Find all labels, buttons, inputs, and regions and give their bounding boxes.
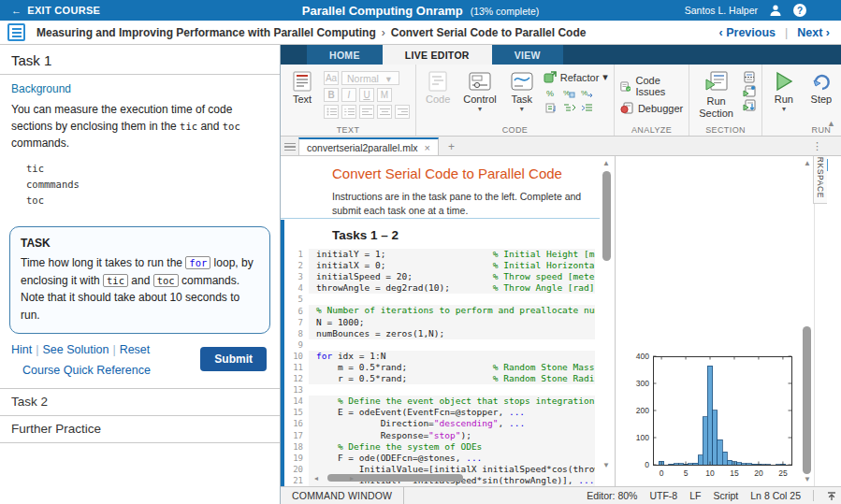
wrap-comments-icon[interactable]	[544, 101, 559, 114]
editor-tab-convertserial2parallel[interactable]: convertserial2parallel.mlx ×	[298, 137, 439, 155]
topbar-right: Santos L. Halper ?	[685, 4, 841, 18]
course-menu-icon[interactable]	[7, 23, 25, 41]
line-number: 6	[281, 307, 309, 316]
exit-course-label: EXIT COURSE	[27, 5, 100, 16]
scroll-left-icon[interactable]: ◂	[314, 474, 318, 482]
code-sample-line: toc	[26, 193, 280, 209]
run-button[interactable]: Run ▾	[768, 69, 800, 123]
svg-text:10: 10	[705, 468, 715, 478]
code-issues-button[interactable]: Code Issues	[620, 75, 683, 97]
exit-course-button[interactable]: ← EXIT COURSE	[0, 0, 111, 21]
line-number: 8	[281, 329, 309, 338]
command-window-tab[interactable]: COMMAND WINDOW	[281, 487, 404, 504]
svg-text:%: %	[581, 89, 587, 97]
course-progress: (13% complete)	[471, 6, 540, 17]
task2-header[interactable]: Task 2	[0, 389, 280, 416]
collapse-panel-icon[interactable]	[826, 491, 837, 501]
editor-horizontal-scrollbar[interactable]: ◂ ▸	[314, 472, 354, 483]
user-account-icon[interactable]	[769, 4, 782, 17]
horizontal-scroll-thumb[interactable]	[327, 474, 463, 482]
help-icon[interactable]: ?	[793, 4, 806, 17]
toolstrip-section-code: Code Control ▾ Task ▾	[416, 65, 615, 136]
section-break-icon[interactable]	[743, 71, 756, 83]
run-and-advance-icon[interactable]	[743, 85, 756, 97]
output-scroll-down-icon[interactable]: ▼	[804, 475, 811, 483]
submit-button[interactable]: Submit	[200, 347, 267, 371]
monospace-icon: M	[377, 88, 392, 102]
workspace-collapsed-tab[interactable]: WORKSPACE	[813, 156, 827, 204]
toolstrip-section-text: Text Aa Normal▾ B I U M	[281, 65, 416, 136]
insert-control-button[interactable]: Control ▾	[459, 69, 500, 123]
close-tab-icon[interactable]: ×	[424, 142, 429, 153]
run-section-button[interactable]: Run Section	[695, 69, 737, 123]
output-vertical-scrollbar[interactable]: ▲ ▼	[801, 156, 814, 486]
next-button[interactable]: Next ›	[797, 26, 830, 39]
comment-selection-icon[interactable]: %	[561, 86, 577, 99]
reset-link[interactable]: Reset	[120, 343, 151, 356]
see-solution-link[interactable]: See Solution	[42, 343, 109, 356]
toolstrip-collapse-icon[interactable]: ▲	[827, 119, 835, 128]
live-editor-document[interactable]: Convert Serial Code to Parallel Code Ins…	[281, 156, 600, 486]
scroll-down-icon[interactable]: ▼	[602, 461, 610, 469]
scroll-up-icon[interactable]: ▲	[602, 159, 610, 167]
editor-vertical-scrollbar[interactable]: ▲ ▼	[600, 156, 614, 486]
insert-text-button[interactable]: Text	[286, 69, 318, 123]
step-button[interactable]: Step	[805, 69, 837, 123]
task1-header[interactable]: Task 1	[0, 45, 280, 74]
section-break-rule	[281, 218, 600, 219]
code-line: 5	[281, 294, 600, 305]
comment-icon[interactable]: %	[544, 86, 559, 99]
breadcrumb: Measuring and Improving Performance with…	[36, 26, 586, 39]
line-number: 15	[281, 408, 309, 417]
page-navigation: ‹ Previous | Next ›	[719, 26, 830, 39]
task-dropdown-caret: ▾	[520, 107, 524, 111]
status-right-cluster: Editor: 80% UTF-8 LF Script Ln 8 Col 25	[587, 490, 841, 501]
background-link[interactable]: Background	[0, 75, 280, 99]
background-text: You can measure the execution time of co…	[0, 99, 280, 153]
code-line: 10for idx = 1:N	[281, 351, 600, 362]
toolstrip-tab-live-editor[interactable]: LIVE EDITOR	[383, 45, 492, 65]
panel-kebab-menu-icon[interactable]: ⋮	[812, 140, 822, 152]
insert-task-button[interactable]: Task ▾	[506, 69, 538, 123]
status-divider	[813, 490, 814, 501]
breadcrumb-course[interactable]: Measuring and Improving Performance with…	[36, 26, 376, 39]
new-tab-icon[interactable]: +	[439, 140, 464, 155]
line-number: 5	[281, 295, 309, 304]
bold-icon: B	[324, 88, 339, 102]
further-practice-header[interactable]: Further Practice	[0, 416, 280, 443]
course-title-group: Parallel Computing Onramp (13% complete)	[302, 4, 539, 18]
previous-button[interactable]: ‹ Previous	[719, 26, 776, 39]
output-scroll-up-icon[interactable]: ▲	[804, 159, 811, 167]
output-panel: 05101520250100200300400	[616, 156, 801, 486]
app-root: ← EXIT COURSE Parallel Computing Onramp …	[0, 0, 841, 504]
apps-grid-icon[interactable]	[818, 4, 832, 18]
breadcrumb-separator: ›	[382, 26, 385, 39]
document-intro: Instructions are in the task pane to the…	[332, 190, 587, 218]
histogram-figure[interactable]: 05101520250100200300400	[627, 351, 795, 483]
code-line: 12 r = 0.5*rand; % Random Stone Radius […	[281, 373, 600, 384]
scroll-right-icon[interactable]: ▸	[350, 474, 354, 482]
code-line: 1initialY = 1; % Initial Height [m]	[281, 249, 600, 260]
task-box-label: TASK	[21, 235, 259, 252]
uncomment-icon[interactable]: %	[579, 86, 595, 99]
document-list-icon[interactable]	[284, 141, 296, 152]
code-line: 15 E = odeEvent(EventFcn=@stopper, ...	[281, 407, 600, 418]
code-line: 7N = 1000;	[281, 317, 600, 328]
output-scroll-thumb[interactable]	[803, 326, 811, 474]
run-to-end-icon[interactable]	[743, 99, 756, 111]
toolstrip-tab-home[interactable]: HOME	[307, 45, 383, 65]
editor-scroll-thumb[interactable]	[602, 171, 611, 261]
course-title: Parallel Computing Onramp	[302, 4, 463, 18]
increase-indent-icon[interactable]	[579, 101, 595, 114]
debugger-button[interactable]: Debugger	[620, 102, 683, 114]
line-number: 12	[281, 374, 309, 383]
code-line: 13	[281, 384, 600, 396]
smart-indent-icon[interactable]	[561, 101, 577, 114]
line-number: 17	[281, 431, 309, 440]
main-split: Task 1 Background You can measure the ex…	[0, 45, 841, 504]
toolstrip-tab-view[interactable]: VIEW	[492, 45, 563, 65]
hint-link[interactable]: Hint	[11, 343, 32, 356]
refactor-button[interactable]: Refactor ▾	[544, 71, 608, 83]
code-editor-lines[interactable]: 1initialY = 1; % Initial Height [m]2init…	[281, 249, 600, 486]
code-sample-line: tic	[26, 161, 280, 177]
